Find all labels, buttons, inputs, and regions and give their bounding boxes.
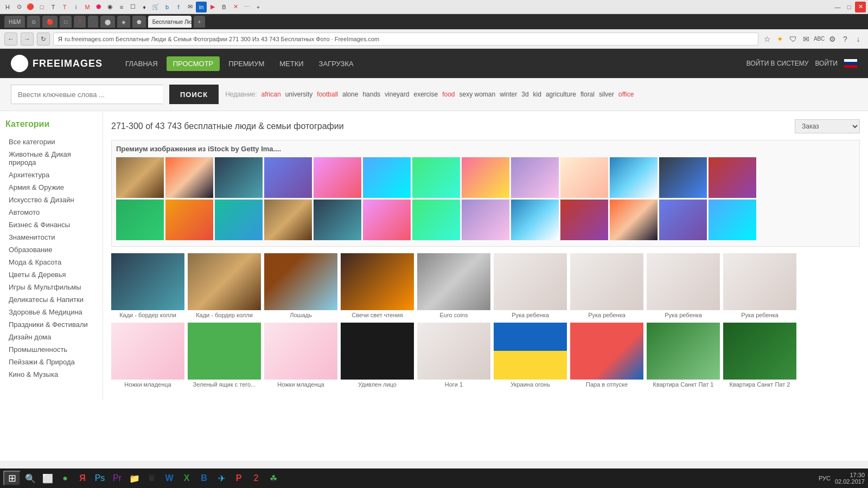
sidebar-item-food[interactable]: Деликатесы & Напитки [5,293,97,306]
toolbar-icon-14[interactable]: b [162,2,173,12]
sidebar-item-home[interactable]: Дизайн дома [5,331,97,343]
sidebar-item-all[interactable]: Все категории [5,136,97,148]
premium-photo-0[interactable] [116,157,164,198]
address-bar[interactable]: Я ru.freeimages.com Бесплатные Люди & Се… [53,33,758,46]
tag-agriculture[interactable]: agriculture [546,91,576,98]
photo-item-9[interactable]: Ножки младенца [111,323,184,388]
nav-icon-sun[interactable]: ✦ [775,34,786,44]
toolbar-icon-17[interactable]: in [196,2,207,12]
nav-icon-shield[interactable]: 🛡 [788,34,799,44]
toolbar-icon-4[interactable]: T [48,2,59,12]
premium-photo-5[interactable] [363,157,411,198]
premium-photo-7[interactable] [462,157,509,198]
login-system-link[interactable]: ВОЙТИ В СИСТЕМУ [746,60,809,67]
premium-photo-3[interactable] [264,157,312,198]
photo-item-12[interactable]: Удивлен лицо [341,323,414,388]
premium-photo-9[interactable] [560,157,608,198]
photo-item-13[interactable]: Ноги 1 [417,323,490,388]
toolbar-icon-19[interactable]: B [219,2,229,12]
premium-photo-2[interactable] [215,157,263,198]
nav-zagruzka[interactable]: ЗАГРУЗКА [312,56,360,71]
sidebar-item-games[interactable]: Игры & Мультфильмы [5,281,97,293]
premium-photo-6[interactable] [412,157,460,198]
back-button[interactable]: ← [4,33,17,46]
premium-photo-r2-9[interactable] [560,200,608,240]
nav-metki[interactable]: МЕТКИ [273,56,310,71]
premium-photo-r2-5[interactable] [363,200,411,240]
toolbar-icon-maximize[interactable]: □ [844,2,854,12]
photo-item-16[interactable]: Квартира Санкт Пат 1 [647,323,720,388]
toolbar-icon-12[interactable]: ♦ [139,2,150,12]
tab-3[interactable]: 🔴 [42,16,58,28]
toolbar-icon-hm[interactable]: H [2,2,13,12]
search-input[interactable] [11,85,163,104]
photo-item-5[interactable]: Рука ребенка [494,253,567,318]
sidebar-item-holidays[interactable]: Праздники & Фестивали [5,318,97,331]
premium-photo-r2-11[interactable] [659,200,707,240]
sidebar-item-fashion[interactable]: Мода & Красота [5,256,97,268]
toolbar-icon-11[interactable]: ☐ [127,2,138,12]
toolbar-icon-minimize[interactable]: — [832,2,843,12]
premium-photo-r2-0[interactable] [116,200,164,240]
premium-photo-10[interactable] [610,157,658,198]
photo-item-10[interactable]: Зеленый ящик с тего... [188,323,261,388]
toolbar-icon-9[interactable]: ◉ [105,2,116,12]
tab-5[interactable]: T [74,16,86,28]
toolbar-icon-16[interactable]: ✉ [184,2,195,12]
sidebar-item-cinema[interactable]: Кино & Музыка [5,368,97,381]
tag-alone[interactable]: alone [342,91,358,98]
toolbar-icon-13[interactable]: 🛒 [150,2,161,12]
premium-photo-12[interactable] [709,157,756,198]
tag-kid[interactable]: kid [533,91,541,98]
tab-2[interactable]: ⊙ [27,16,40,28]
sidebar-item-army[interactable]: Армия & Оружие [5,181,97,194]
sidebar-item-arch[interactable]: Архитектура [5,169,97,181]
nav-premium[interactable]: ПРЕМИУМ [222,56,271,71]
premium-photo-r2-12[interactable] [709,200,756,240]
photo-item-17[interactable]: Квартира Санкт Пат 2 [723,323,796,388]
sidebar-item-flowers[interactable]: Цветы & Деревья [5,268,97,281]
premium-banner[interactable]: Премиум изображения из iStock by Getty I… [111,140,860,247]
premium-photo-r2-3[interactable] [264,200,312,240]
tab-8[interactable]: ◈ [117,16,130,28]
toolbar-icon-plus[interactable]: + [253,2,264,12]
search-button[interactable]: ПОИСК [169,85,219,104]
photo-item-1[interactable]: Кади - бордер колли [188,253,261,318]
tag-silver[interactable]: silver [599,91,614,98]
tab-4[interactable]: □ [60,16,72,28]
toolbar-icon-8[interactable]: ⬟ [93,2,104,12]
sidebar-item-nature[interactable]: Пейзажи & Природа [5,356,97,368]
toolbar-icon-2[interactable]: 🔴 [25,2,36,12]
premium-photo-r2-4[interactable] [314,200,361,240]
toolbar-icon-1[interactable]: ⊙ [14,2,24,12]
tag-3d[interactable]: 3d [521,91,528,98]
nav-icon-mail[interactable]: ✉ [801,34,812,44]
tab-11[interactable]: + [194,16,206,28]
refresh-button[interactable]: ↻ [37,33,50,46]
photo-item-3[interactable]: Свечи свет чтения [341,253,414,318]
nav-glavnaya[interactable]: ГЛАВНАЯ [119,56,164,71]
sort-select[interactable]: Заказ Дата Просмотры Рейтинг [795,119,860,133]
sidebar-item-celebs[interactable]: Знаменитости [5,231,97,243]
tag-university[interactable]: university [285,91,313,98]
tag-office[interactable]: office [618,91,634,98]
premium-photo-r2-10[interactable] [610,200,658,240]
sidebar-item-animals[interactable]: Животные & Дикая природа [5,148,97,169]
sidebar-item-auto[interactable]: Автомото [5,206,97,219]
premium-photo-r2-1[interactable] [165,200,213,240]
photo-item-7[interactable]: Рука ребенка [647,253,720,318]
forward-button[interactable]: → [21,33,34,46]
tab-7[interactable]: ⬤ [100,16,115,28]
photo-item-15[interactable]: Пара в отпуске [570,323,643,388]
toolbar-icon-20[interactable]: ✕ [230,2,241,12]
premium-photo-11[interactable] [659,157,707,198]
photo-item-8[interactable]: Рука ребенка [723,253,796,318]
tab-active[interactable]: Бесплатные Люди & Семьи... [148,16,192,28]
tab-6[interactable]: i [88,16,98,28]
toolbar-icon-18[interactable]: ▶ [207,2,218,12]
tag-food[interactable]: food [442,91,455,98]
toolbar-icon-6[interactable]: i [71,2,81,12]
tab-9[interactable]: ⬟ [132,16,146,28]
nav-icon-star[interactable]: ☆ [762,34,773,44]
tag-floral[interactable]: floral [580,91,595,98]
